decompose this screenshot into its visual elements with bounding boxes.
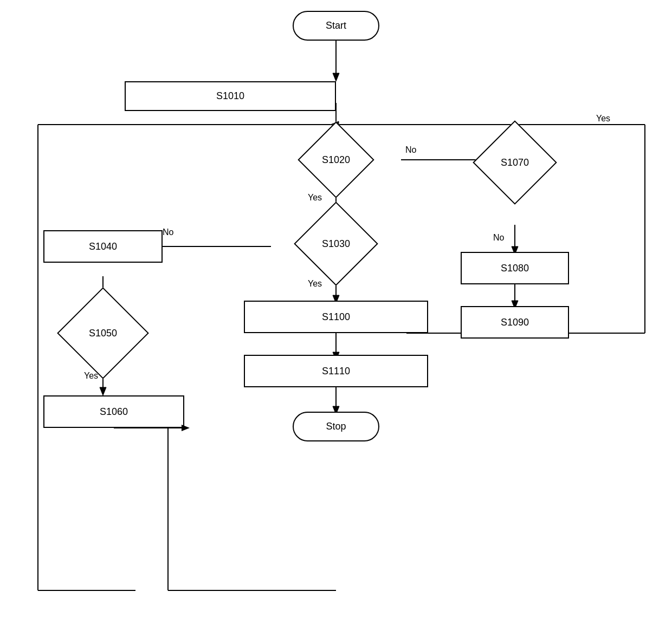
s1020-label: S1020 [322, 154, 350, 166]
flowchart: Start S1010 S1020 No Yes S1030 No Yes S1… [0, 0, 672, 624]
s1070-label: S1070 [501, 157, 529, 168]
s1030-label: S1030 [322, 238, 350, 250]
s1050-label: S1050 [89, 328, 117, 339]
svg-marker-37 [182, 425, 190, 431]
loop-arrows [0, 0, 672, 624]
